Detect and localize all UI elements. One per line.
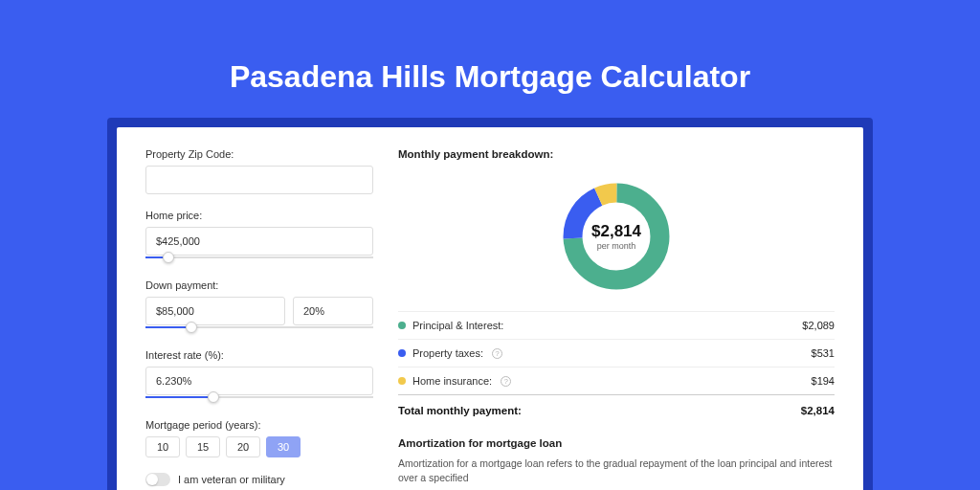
- amortization-text: Amortization for a mortgage loan refers …: [398, 457, 835, 484]
- donut-center: $2,814 per month: [591, 222, 641, 251]
- toggle-knob: [146, 474, 158, 485]
- slider-handle[interactable]: [163, 252, 174, 263]
- total-amount: $2,814: [801, 405, 835, 416]
- legend-amount: $194: [812, 375, 835, 387]
- legend-row-taxes: Property taxes: ? $531: [398, 339, 835, 367]
- down-payment-amount-input[interactable]: [145, 297, 285, 325]
- period-btn-15[interactable]: 15: [186, 436, 220, 457]
- legend-dot-icon: [398, 322, 406, 329]
- home-price-slider[interactable]: [145, 255, 373, 264]
- veteran-label: I am veteran or military: [178, 474, 285, 485]
- legend-amount: $531: [812, 347, 835, 359]
- help-icon[interactable]: ?: [501, 376, 511, 387]
- interest-input[interactable]: [145, 367, 373, 395]
- form-panel: Property Zip Code: Home price: Down paym…: [145, 148, 373, 490]
- veteran-row: I am veteran or military: [145, 473, 373, 486]
- period-options: 10 15 20 30: [145, 436, 373, 457]
- home-price-input[interactable]: [145, 227, 373, 256]
- home-price-label: Home price:: [145, 210, 373, 221]
- calculator-frame: Property Zip Code: Home price: Down paym…: [107, 118, 873, 490]
- down-payment-percent-input[interactable]: [293, 297, 373, 325]
- period-label: Mortgage period (years):: [145, 419, 373, 431]
- legend-label: Property taxes:: [412, 347, 483, 359]
- period-btn-30[interactable]: 30: [266, 436, 301, 457]
- legend-dot-icon: [398, 377, 406, 385]
- period-btn-10[interactable]: 10: [145, 436, 180, 457]
- slider-handle[interactable]: [186, 322, 197, 333]
- zip-field: Property Zip Code:: [145, 148, 373, 194]
- donut-sub: per month: [591, 241, 641, 251]
- legend-amount: $2,089: [802, 320, 835, 331]
- legend-dot-icon: [398, 349, 406, 357]
- total-row: Total monthly payment: $2,814: [398, 394, 835, 416]
- legend-label: Principal & Interest:: [412, 320, 503, 331]
- period-btn-20[interactable]: 20: [226, 436, 260, 457]
- donut-amount: $2,814: [591, 222, 641, 241]
- interest-field: Interest rate (%):: [145, 349, 373, 404]
- zip-label: Property Zip Code:: [145, 148, 373, 160]
- help-icon[interactable]: ?: [492, 348, 502, 359]
- legend-row-insurance: Home insurance: ? $194: [398, 367, 835, 394]
- down-payment-slider[interactable]: [145, 324, 373, 334]
- donut-chart: $2,814 per month: [398, 167, 835, 311]
- down-payment-field: Down payment:: [145, 279, 373, 334]
- zip-input[interactable]: [145, 166, 373, 194]
- slider-handle[interactable]: [208, 391, 219, 403]
- interest-slider[interactable]: [145, 394, 373, 404]
- legend-label: Home insurance:: [412, 375, 492, 387]
- breakdown-title: Monthly payment breakdown:: [398, 148, 835, 160]
- page-title: Pasadena Hills Mortgage Calculator: [0, 0, 980, 118]
- amortization-section: Amortization for mortgage loan Amortizat…: [398, 437, 835, 484]
- veteran-toggle[interactable]: [145, 473, 170, 486]
- calculator-card: Property Zip Code: Home price: Down paym…: [117, 127, 863, 490]
- amortization-title: Amortization for mortgage loan: [398, 437, 835, 449]
- breakdown-panel: Monthly payment breakdown: $2,814 per mo…: [398, 148, 835, 490]
- down-payment-label: Down payment:: [145, 279, 373, 291]
- period-field: Mortgage period (years): 10 15 20 30: [145, 419, 373, 457]
- total-label: Total monthly payment:: [398, 405, 522, 416]
- interest-label: Interest rate (%):: [145, 349, 373, 361]
- home-price-field: Home price:: [145, 210, 373, 264]
- legend-row-principal: Principal & Interest: $2,089: [398, 311, 835, 339]
